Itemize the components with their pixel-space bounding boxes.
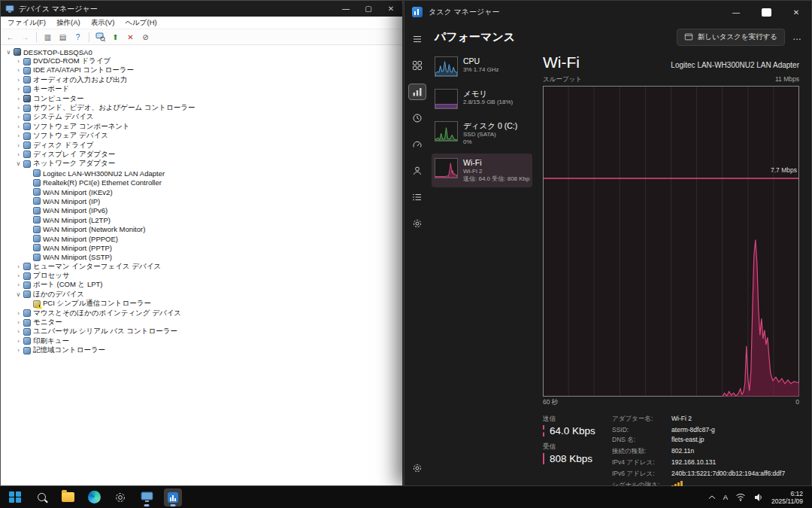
device-manager-titlebar[interactable]: デバイス マネージャー — ▢ ✕	[1, 1, 402, 17]
expand-icon[interactable]: ›	[14, 132, 23, 139]
users-tab-icon[interactable]	[408, 163, 426, 179]
expand-icon[interactable]: ›	[14, 263, 23, 270]
tree-item[interactable]: ›IDE ATA/ATAPI コントローラー	[2, 66, 402, 75]
uninstall-device-icon[interactable]: ✕	[124, 31, 137, 44]
tree-item[interactable]: WAN Miniport (IKEv2)	[2, 187, 402, 196]
tree-item[interactable]: WAN Miniport (SSTP)	[2, 253, 402, 262]
expand-icon[interactable]: ›	[14, 67, 23, 74]
expand-icon[interactable]: ›	[14, 347, 23, 354]
update-driver-icon[interactable]: ⬆	[109, 31, 122, 44]
tree-item[interactable]: ›ソフトウェア デバイス	[2, 132, 402, 141]
back-icon[interactable]: ←	[4, 31, 17, 44]
menu-action[interactable]: 操作(A)	[51, 18, 86, 28]
collapse-icon[interactable]: ∨	[5, 49, 13, 56]
collapse-icon[interactable]: ∨	[14, 160, 23, 167]
perf-item-memory[interactable]: メモリ2.8/15.9 GB (18%)	[432, 84, 532, 114]
expand-icon[interactable]: ›	[14, 58, 23, 65]
expand-icon[interactable]: ›	[14, 272, 23, 279]
tree-item[interactable]: ›マウスとそのほかのポインティング デバイス	[2, 309, 402, 318]
tree-item[interactable]: ›モニター	[2, 318, 402, 327]
dm-close-button[interactable]: ✕	[380, 1, 402, 17]
tree-item[interactable]: ›サウンド、ビデオ、およびゲーム コントローラー	[2, 103, 402, 112]
expand-icon[interactable]: ›	[14, 105, 23, 111]
properties-icon[interactable]: ▤	[56, 31, 69, 44]
tree-item[interactable]: ∨ほかのデバイス	[2, 290, 402, 299]
ime-indicator[interactable]: A	[723, 493, 728, 501]
services-tab-icon[interactable]	[408, 215, 426, 232]
tree-item[interactable]: ›ディスプレイ アダプター	[2, 150, 402, 159]
start-button[interactable]	[6, 488, 24, 506]
run-new-task-button[interactable]: 新しいタスクを実行する	[677, 29, 785, 46]
search-button[interactable]	[32, 488, 50, 506]
tree-item[interactable]: ›記憶域コントローラー	[2, 346, 402, 355]
more-options-button[interactable]: …	[792, 32, 802, 42]
tree-item[interactable]: WAN Miniport (PPPOE)	[2, 234, 402, 243]
tree-item[interactable]: ∨ネットワーク アダプター	[2, 160, 402, 169]
details-tab-icon[interactable]	[408, 189, 426, 205]
tree-item[interactable]: WAN Miniport (IP)	[2, 196, 402, 205]
tree-item[interactable]: ›ポート (COM と LPT)	[2, 281, 402, 290]
expand-icon[interactable]: ›	[14, 319, 23, 326]
tree-item[interactable]: WAN Miniport (Network Monitor)	[2, 224, 402, 233]
tree-item[interactable]: ∨DESKTOP-LBSQSA0	[2, 47, 402, 56]
expand-icon[interactable]: ›	[14, 338, 23, 345]
perf-item-disk[interactable]: ディスク 0 (C:)SSD (SATA)0%	[432, 117, 532, 151]
hamburger-menu-icon[interactable]	[408, 31, 426, 47]
edge-browser-button[interactable]	[85, 488, 103, 506]
tree-item[interactable]: WAN Miniport (PPTP)	[2, 243, 402, 252]
tree-item[interactable]: ›キーボード	[2, 85, 402, 94]
expand-icon[interactable]: ›	[14, 114, 23, 120]
tree-item[interactable]: PCI シンプル通信コントローラー	[2, 300, 402, 309]
dm-maximize-button[interactable]: ▢	[357, 1, 380, 17]
tree-item[interactable]: ›プロセッサ	[2, 271, 402, 280]
device-manager-taskbar-button[interactable]	[138, 488, 156, 506]
file-explorer-button[interactable]	[59, 488, 77, 506]
tm-close-button[interactable]: ✕	[781, 1, 811, 23]
expand-icon[interactable]: ›	[14, 328, 23, 335]
app-history-tab-icon[interactable]	[408, 110, 426, 126]
wifi-tray-icon[interactable]	[735, 493, 746, 501]
expand-icon[interactable]: ›	[14, 123, 23, 130]
tree-item[interactable]: ›ディスク ドライブ	[2, 141, 402, 150]
tray-chevron-up-icon[interactable]	[708, 495, 716, 500]
expand-icon[interactable]: ›	[14, 96, 23, 102]
expand-icon[interactable]: ›	[14, 310, 23, 317]
tree-item[interactable]: WAN Miniport (IPv6)	[2, 206, 402, 215]
tree-item[interactable]: ›ユニバーサル シリアル バス コントローラー	[2, 327, 402, 336]
perf-item-wifi[interactable]: Wi-FiWi-Fi 2送信: 64.0 受信: 808 Kbp	[432, 154, 532, 187]
performance-tab-icon[interactable]	[408, 84, 426, 100]
collapse-icon[interactable]: ∨	[14, 291, 23, 298]
tray-clock[interactable]: 6:12 2025/11/09	[771, 490, 803, 505]
perf-item-cpu[interactable]: CPU3% 1.74 GHz	[432, 52, 532, 81]
expand-icon[interactable]: ›	[14, 281, 23, 288]
forward-icon[interactable]: →	[19, 31, 32, 44]
processes-tab-icon[interactable]	[408, 57, 426, 74]
expand-icon[interactable]: ›	[14, 151, 23, 158]
volume-tray-icon[interactable]	[753, 493, 764, 502]
menu-view[interactable]: 表示(V)	[86, 18, 120, 28]
tree-item[interactable]: ›ヒューマン インターフェイス デバイス	[2, 262, 402, 271]
disable-device-icon[interactable]: ⊘	[139, 31, 152, 44]
dm-minimize-button[interactable]: —	[335, 1, 357, 17]
help-icon[interactable]: ?	[71, 31, 84, 44]
settings-gear-icon[interactable]	[408, 460, 426, 476]
menu-file[interactable]: ファイル(F)	[2, 18, 51, 28]
console-tree-icon[interactable]: ▥	[41, 31, 54, 44]
tree-item[interactable]: ›ソフトウェア コンポーネント	[2, 122, 402, 131]
menu-help[interactable]: ヘルプ(H)	[120, 18, 162, 28]
tm-minimize-button[interactable]: —	[721, 1, 751, 23]
tree-item[interactable]: Logitec LAN-WH300NU2 LAN Adapter	[2, 169, 402, 178]
startup-apps-tab-icon[interactable]	[408, 136, 426, 153]
tree-item[interactable]: Realtek(R) PCI(e) Ethernet Controller	[2, 178, 402, 187]
expand-icon[interactable]: ›	[14, 77, 23, 84]
expand-icon[interactable]: ›	[14, 86, 23, 93]
tm-maximize-button[interactable]	[751, 1, 781, 23]
settings-button[interactable]	[111, 488, 129, 506]
tree-item[interactable]: ›オーディオの入力および出力	[2, 75, 402, 84]
tree-item[interactable]: WAN Miniport (L2TP)	[2, 215, 402, 224]
tree-item[interactable]: ›印刷キュー	[2, 336, 402, 345]
expand-icon[interactable]: ›	[14, 142, 23, 149]
tree-item[interactable]: ›システム デバイス	[2, 113, 402, 122]
task-manager-taskbar-button[interactable]	[164, 488, 182, 506]
scan-hardware-icon[interactable]	[94, 31, 107, 44]
